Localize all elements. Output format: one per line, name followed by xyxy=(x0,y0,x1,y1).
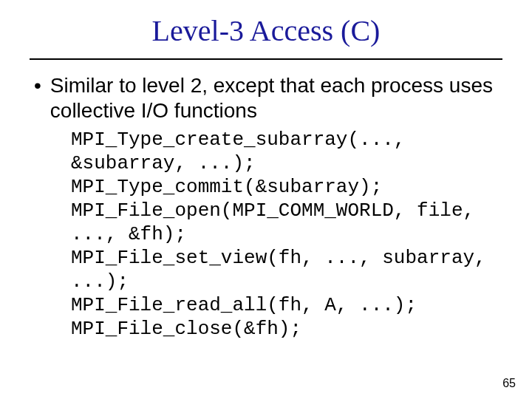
slide: Level-3 Access (C) • Similar to level 2,… xyxy=(0,0,532,399)
title-divider xyxy=(30,58,502,60)
bullet-text: Similar to level 2, except that each pro… xyxy=(50,73,502,123)
code-block: MPI_Type_create_subarray(..., &subarray,… xyxy=(71,128,502,341)
slide-title: Level-3 Access (C) xyxy=(30,13,502,48)
bullet-marker: • xyxy=(34,73,41,98)
page-number: 65 xyxy=(502,377,516,390)
bullet-item: • Similar to level 2, except that each p… xyxy=(34,73,502,123)
